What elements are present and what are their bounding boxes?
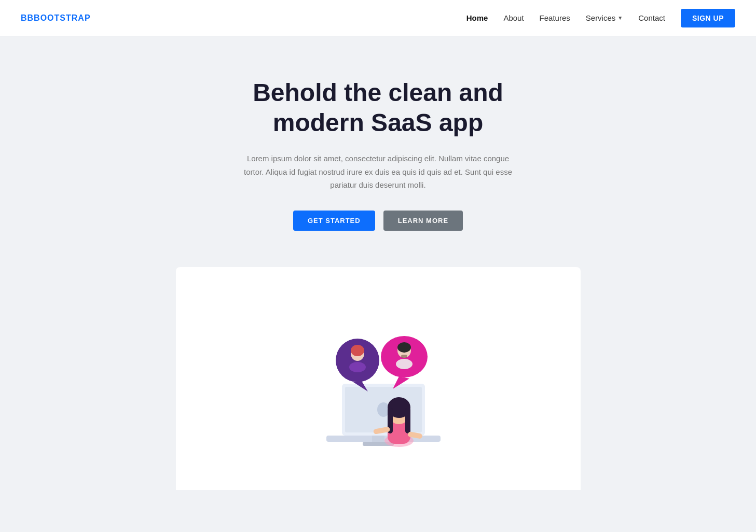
hero-illustration (295, 280, 461, 477)
nav-item-contact[interactable]: Contact (638, 13, 665, 23)
nav-link-features[interactable]: Features (540, 13, 570, 22)
svg-point-22 (397, 342, 411, 353)
navbar: BBBOOTSTRAP Home About Features Services… (0, 0, 756, 36)
illustration-card (176, 267, 581, 490)
signup-nav-item: SIGN UP (681, 9, 735, 27)
nav-item-services[interactable]: Services ▼ (586, 13, 623, 22)
hero-title: Behold the clean and modern SaaS app (223, 78, 534, 137)
hero-section: Behold the clean and modern SaaS app Lor… (0, 36, 756, 490)
chevron-down-icon: ▼ (617, 15, 623, 21)
nav-links: Home About Features Services ▼ Contact S… (466, 9, 735, 27)
nav-link-about[interactable]: About (503, 13, 524, 22)
brand-logo[interactable]: BBBOOTSTRAP (21, 13, 91, 23)
svg-rect-24 (401, 355, 407, 358)
svg-point-18 (349, 362, 366, 372)
svg-point-17 (351, 345, 364, 356)
svg-point-23 (396, 359, 413, 369)
learn-more-button[interactable]: LEARN MORE (383, 211, 463, 231)
signup-button[interactable]: SIGN UP (681, 9, 735, 27)
nav-item-about[interactable]: About (503, 13, 524, 23)
nav-link-home[interactable]: Home (466, 13, 488, 22)
nav-link-contact[interactable]: Contact (638, 13, 665, 22)
nav-item-features[interactable]: Features (540, 13, 570, 23)
svg-rect-11 (405, 408, 410, 433)
nav-item-home[interactable]: Home (466, 13, 488, 23)
hero-description: Lorem ipsum dolor sit amet, consectetur … (238, 152, 518, 192)
hero-buttons: GET STARTED LEARN MORE (293, 211, 463, 231)
get-started-button[interactable]: GET STARTED (293, 211, 375, 231)
nav-link-services[interactable]: Services (586, 13, 616, 22)
